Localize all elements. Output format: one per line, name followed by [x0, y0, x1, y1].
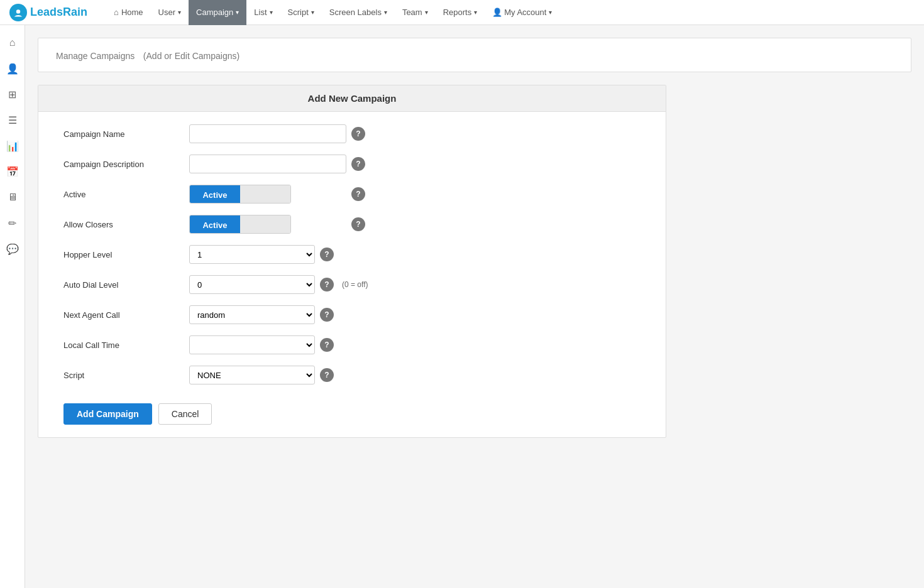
hopper-level-help-btn[interactable]: ? [320, 248, 334, 261]
team-caret-icon: ▾ [425, 9, 428, 16]
cancel-button[interactable]: Cancel [158, 403, 212, 425]
active-label: Active [63, 190, 189, 199]
script-controls: NONE ? [189, 366, 334, 384]
sidebar-calendar-icon[interactable]: 📅 [1, 160, 24, 183]
sidebar-list-icon[interactable]: ☰ [1, 109, 24, 131]
hopper-level-label: Hopper Level [63, 250, 189, 259]
sidebar-home-icon[interactable]: ⌂ [1, 31, 24, 54]
nav-campaign[interactable]: Campaign ▾ [189, 0, 246, 25]
svg-point-0 [16, 9, 20, 13]
active-toggle-switch: Active [189, 185, 291, 204]
active-controls: Active ? [189, 185, 365, 204]
hopper-level-controls: 1 2 3 ? [189, 245, 334, 264]
nav-user[interactable]: User ▾ [151, 0, 189, 25]
brand-icon [9, 4, 27, 21]
page-header: Manage Campaigns (Add or Edit Campaigns) [38, 38, 911, 72]
nav-items: ⌂ Home User ▾ Campaign ▾ List ▾ Script ▾… [106, 0, 915, 25]
add-campaign-button[interactable]: Add Campaign [63, 403, 152, 425]
allow-closers-row: Allow Closers Active ? [63, 215, 641, 234]
form-panel: Add New Campaign Campaign Name ? Campaig… [38, 85, 666, 438]
sidebar: ⌂ 👤 ⊞ ☰ 📊 📅 🖥 ✏ 💬 [0, 25, 25, 588]
auto-dial-level-row: Auto Dial Level 0 1 2 ? (0 = off) [63, 275, 641, 294]
hopper-level-row: Hopper Level 1 2 3 ? [63, 245, 641, 264]
nav-home[interactable]: ⌂ Home [106, 0, 151, 25]
brand-name: LeadsRain [30, 6, 87, 19]
script-help-btn[interactable]: ? [320, 368, 334, 382]
campaign-description-label: Campaign Description [63, 160, 189, 169]
list-caret-icon: ▾ [270, 9, 273, 16]
form-panel-title: Add New Campaign [38, 85, 666, 112]
sidebar-monitor-icon[interactable]: 🖥 [1, 186, 24, 209]
brand-logo[interactable]: LeadsRain [9, 4, 87, 21]
auto-dial-level-help-btn[interactable]: ? [320, 278, 334, 291]
next-agent-call-row: Next Agent Call random next_in_order ? [63, 305, 641, 324]
auto-dial-level-controls: 0 1 2 ? (0 = off) [189, 275, 368, 294]
campaign-description-row: Campaign Description ? [63, 155, 641, 173]
top-nav: LeadsRain ⌂ Home User ▾ Campaign ▾ List … [0, 0, 924, 25]
form-body: Campaign Name ? Campaign Description ? A… [38, 112, 666, 437]
nav-list[interactable]: List ▾ [246, 0, 280, 25]
account-person-icon: 👤 [492, 8, 502, 17]
nav-script[interactable]: Script ▾ [280, 0, 322, 25]
next-agent-call-controls: random next_in_order ? [189, 305, 334, 324]
campaign-name-row: Campaign Name ? [63, 124, 641, 143]
active-toggle-off-btn[interactable] [240, 185, 290, 204]
nav-screen-labels[interactable]: Screen Labels ▾ [322, 0, 395, 25]
auto-dial-level-select[interactable]: 0 1 2 [189, 275, 315, 294]
active-row: Active Active ? [63, 185, 641, 204]
allow-closers-toggle-wrap: Active [189, 215, 346, 234]
local-call-time-row: Local Call Time ? [63, 335, 641, 354]
auto-dial-level-label: Auto Dial Level [63, 280, 189, 290]
nav-my-account[interactable]: 👤 My Account ▾ [485, 0, 559, 25]
script-label: Script [63, 371, 189, 380]
allow-closers-toggle-on-btn[interactable]: Active [190, 215, 240, 234]
sidebar-chat-icon[interactable]: 💬 [1, 237, 24, 260]
local-call-time-label: Local Call Time [63, 340, 189, 350]
nav-reports[interactable]: Reports ▾ [436, 0, 485, 25]
next-agent-call-help-btn[interactable]: ? [320, 308, 334, 322]
local-call-time-controls: ? [189, 335, 334, 354]
action-row: Add Campaign Cancel [63, 403, 641, 425]
allow-closers-toggle-off-btn[interactable] [240, 215, 290, 234]
user-caret-icon: ▾ [178, 9, 181, 16]
account-caret-icon: ▾ [549, 9, 552, 16]
local-call-time-help-btn[interactable]: ? [320, 338, 334, 352]
sidebar-grid-icon[interactable]: ⊞ [1, 83, 24, 106]
campaign-name-label: Campaign Name [63, 129, 189, 139]
script-select[interactable]: NONE [189, 366, 315, 384]
sidebar-chart-icon[interactable]: 📊 [1, 134, 24, 157]
campaign-description-help-btn[interactable]: ? [351, 157, 365, 171]
campaign-name-input[interactable] [189, 124, 346, 143]
allow-closers-label: Allow Closers [63, 220, 189, 229]
home-nav-icon: ⌂ [114, 8, 119, 17]
nav-team[interactable]: Team ▾ [395, 0, 436, 25]
campaign-description-input[interactable] [189, 155, 346, 173]
sidebar-user-icon[interactable]: 👤 [1, 57, 24, 80]
campaign-name-help-btn[interactable]: ? [351, 127, 365, 141]
campaign-name-controls: ? [189, 124, 365, 143]
local-call-time-select[interactable] [189, 335, 315, 354]
next-agent-call-label: Next Agent Call [63, 310, 189, 320]
screen-labels-caret-icon: ▾ [384, 9, 387, 16]
active-help-btn[interactable]: ? [351, 187, 365, 201]
active-toggle-on-btn[interactable]: Active [190, 185, 240, 204]
allow-closers-controls: Active ? [189, 215, 365, 234]
sidebar-edit-icon[interactable]: ✏ [1, 212, 24, 234]
script-row: Script NONE ? [63, 366, 641, 384]
auto-dial-hint: (0 = off) [342, 280, 368, 289]
allow-closers-toggle-switch: Active [189, 215, 291, 234]
hopper-level-select[interactable]: 1 2 3 [189, 245, 315, 264]
next-agent-call-select[interactable]: random next_in_order [189, 305, 315, 324]
script-caret-icon: ▾ [311, 9, 314, 16]
reports-caret-icon: ▾ [474, 9, 477, 16]
campaign-description-controls: ? [189, 155, 365, 173]
page-title: Manage Campaigns (Add or Edit Campaigns) [51, 48, 898, 62]
allow-closers-help-btn[interactable]: ? [351, 217, 365, 231]
main-content: Manage Campaigns (Add or Edit Campaigns)… [25, 25, 924, 588]
campaign-caret-icon: ▾ [236, 9, 239, 16]
active-toggle-wrap: Active [189, 185, 346, 204]
